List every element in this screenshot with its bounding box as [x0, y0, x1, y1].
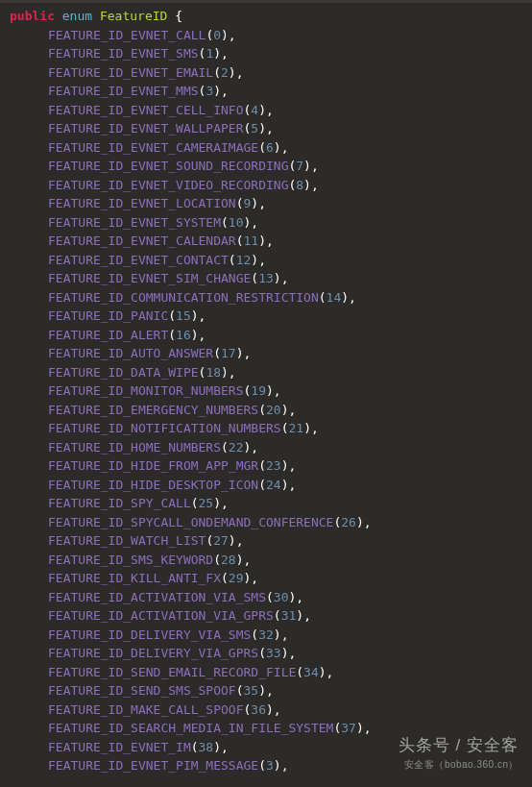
enum-value: 0	[213, 28, 221, 42]
paren-close: )	[296, 608, 303, 623]
enum-value: 28	[221, 553, 236, 567]
paren-close: )	[213, 496, 221, 510]
comma: ,	[199, 308, 206, 323]
enum-member: FEATURE_ID_EVNET_SOUND_RECORDING	[48, 159, 288, 173]
enum-member: FEATURE_ID_AUTO_ANSWER	[48, 346, 213, 360]
paren-close: )	[274, 627, 281, 642]
comma: ,	[244, 553, 252, 567]
comma: ,	[364, 515, 372, 529]
paren-open: (	[258, 478, 266, 492]
paren-close: )	[251, 196, 258, 210]
comma: ,	[311, 178, 319, 192]
comma: ,	[236, 65, 244, 80]
enum-member: FEATURE_ID_ACTIVATION_VIA_SMS	[48, 590, 266, 604]
enum-member: FEATURE_ID_ALERT	[48, 328, 168, 342]
enum-value: 37	[341, 721, 356, 735]
paren-close: )	[236, 553, 244, 567]
paren-close: )	[303, 159, 311, 173]
paren-open: (	[213, 553, 221, 567]
enum-value: 13	[258, 271, 274, 285]
enum-member: FEATURE_ID_EVNET_WALLPAPER	[48, 121, 244, 135]
comma: ,	[266, 234, 274, 248]
paren-open: (	[236, 683, 244, 698]
paren-close: )	[191, 308, 199, 323]
paren-close: )	[356, 721, 364, 735]
enum-member: FEATURE_ID_SMS_KEYWORD	[48, 553, 213, 567]
enum-member: FEATURE_ID_NOTIFICATION_NUMBERS	[48, 421, 281, 435]
enum-value: 18	[206, 365, 221, 380]
enum-member: FEATURE_ID_COMMUNICATION_RESTRICTION	[48, 290, 319, 305]
comma: ,	[281, 627, 289, 642]
comma: ,	[258, 253, 266, 267]
enum-member: FEATURE_ID_HIDE_DESKTOP_ICON	[48, 478, 258, 492]
comma: ,	[349, 290, 356, 305]
enum-member: FEATURE_ID_DATA_WIPE	[48, 365, 199, 380]
comma: ,	[229, 28, 236, 42]
paren-open: (	[251, 627, 258, 642]
enum-member: FEATURE_ID_EVNET_SIM_CHANGE	[48, 271, 251, 285]
enum-value: 36	[251, 702, 266, 717]
enum-member: FEATURE_ID_WATCH_LIST	[48, 533, 206, 548]
comma: ,	[288, 646, 296, 660]
paren-close: )	[266, 383, 274, 398]
paren-open: (	[236, 234, 244, 248]
keyword-enum: enum	[62, 9, 92, 23]
paren-close: )	[258, 683, 266, 698]
paren-open: (	[221, 440, 229, 455]
comma: ,	[326, 665, 334, 679]
comma: ,	[221, 84, 229, 98]
enum-value: 31	[281, 608, 297, 623]
paren-open: (	[258, 646, 266, 660]
paren-close: )	[213, 740, 221, 754]
paren-open: (	[191, 496, 199, 510]
paren-close: )	[258, 121, 266, 135]
enum-value: 22	[229, 440, 244, 455]
paren-close: )	[303, 178, 311, 192]
code-block: public enum FeatureID { FEATURE_ID_EVNET…	[0, 3, 532, 775]
enum-value: 8	[296, 178, 303, 192]
enum-member: FEATURE_ID_MONITOR_NUMBERS	[48, 383, 244, 398]
comma: ,	[274, 383, 281, 398]
paren-open: (	[221, 215, 229, 230]
enum-value: 30	[274, 590, 289, 604]
enum-value: 26	[341, 515, 356, 529]
enum-value: 27	[213, 533, 229, 548]
paren-open: (	[296, 665, 303, 679]
enum-member: FEATURE_ID_EVNET_SYSTEM	[48, 215, 221, 230]
paren-open: (	[213, 65, 221, 80]
enum-value: 32	[258, 627, 274, 642]
enum-member: FEATURE_ID_EVNET_LOCATION	[48, 196, 236, 210]
paren-close: )	[258, 103, 266, 117]
comma: ,	[258, 196, 266, 210]
enum-member: FEATURE_ID_EVNET_IM	[48, 740, 191, 754]
comma: ,	[266, 683, 274, 698]
enum-member: FEATURE_ID_EVNET_CALL	[48, 28, 206, 42]
enum-value: 25	[199, 496, 214, 510]
enum-member: FEATURE_ID_DELIVERY_VIA_SMS	[48, 627, 251, 642]
paren-close: )	[274, 140, 281, 155]
enum-value: 4	[251, 103, 258, 117]
enum-value: 11	[244, 234, 259, 248]
enum-value: 33	[266, 646, 281, 660]
enum-value: 2	[221, 65, 229, 80]
paren-open: (	[258, 403, 266, 417]
comma: ,	[221, 740, 229, 754]
comma: ,	[236, 533, 244, 548]
comma: ,	[364, 721, 372, 735]
paren-open: (	[266, 590, 274, 604]
paren-close: )	[356, 515, 364, 529]
enum-value: 15	[176, 308, 191, 323]
comma: ,	[251, 440, 258, 455]
enum-value: 7	[296, 159, 303, 173]
enum-member: FEATURE_ID_EVNET_CALENDAR	[48, 234, 236, 248]
paren-open: (	[251, 271, 258, 285]
enum-member: FEATURE_ID_EVNET_SMS	[48, 46, 199, 61]
paren-close: )	[274, 271, 281, 285]
paren-open: (	[168, 328, 176, 342]
enum-member: FEATURE_ID_HOME_NUMBERS	[48, 440, 221, 455]
enum-member: FEATURE_ID_EMERGENCY_NUMBERS	[48, 403, 258, 417]
paren-open: (	[213, 346, 221, 360]
enum-value: 19	[251, 383, 266, 398]
enum-member: FEATURE_ID_DELIVERY_VIA_GPRS	[48, 646, 258, 660]
enum-member: FEATURE_ID_SEARCH_MEDIA_IN_FILE_SYSTEM	[48, 721, 333, 735]
